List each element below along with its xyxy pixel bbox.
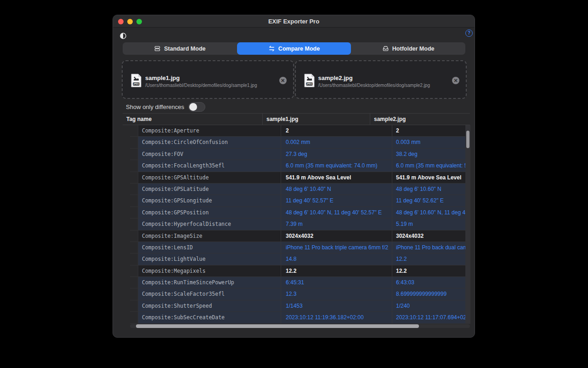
sample2-value-cell: 2023:10:12 11:17:07.694+02:0: [392, 312, 465, 323]
row-gutter: [130, 300, 138, 311]
sample2-value-cell: 3024x4032: [392, 230, 465, 242]
sample2-value-cell: 6:43:03: [392, 277, 465, 288]
inbox-tray-icon: [382, 45, 389, 52]
sample1-value-cell: 1/1453: [281, 300, 392, 311]
sample1-value-cell: 6.0 mm (35 mm equivalent: 74.0 mm): [281, 160, 392, 171]
column-header-tag-name[interactable]: Tag name: [123, 114, 263, 125]
tag-name-cell: Composite:GPSLatitude: [138, 184, 281, 195]
tag-name-cell: Composite:RunTimeSincePowerUp: [138, 277, 281, 288]
sample2-value-cell: 38.2 deg: [392, 149, 465, 160]
jpeg-file-icon: JPEG: [304, 74, 315, 89]
mode-segmented-control: Standard Mode Compare Mode Hotfolder Mod…: [123, 42, 465, 55]
exif-table-body: Composite:Aperture 2 2 Composite:CircleO…: [130, 125, 465, 324]
tag-name-cell: Composite:ShutterSpeed: [138, 300, 281, 311]
remove-file-icon[interactable]: ✕: [279, 77, 287, 84]
row-gutter: [130, 265, 138, 276]
table-row[interactable]: Composite:Aperture 2 2: [130, 125, 465, 137]
table-row[interactable]: Composite:LensID iPhone 11 Pro back trip…: [130, 242, 465, 253]
table-row[interactable]: Composite:ShutterSpeed 1/1453 1/240: [130, 300, 465, 312]
compare-arrows-icon: [268, 45, 275, 52]
sample1-value-cell: 12.3: [281, 288, 392, 299]
row-gutter: [130, 218, 138, 230]
sample1-value-cell: 14.8: [281, 253, 392, 264]
toggle-knob: [189, 103, 197, 111]
tag-name-cell: Composite:LensID: [138, 242, 281, 253]
sample1-value-cell: 3024x4032: [281, 230, 392, 242]
table-row[interactable]: Composite:GPSLatitude 48 deg 6' 10.40" N…: [130, 184, 465, 195]
column-header-sample2[interactable]: sample2.jpg: [370, 114, 470, 125]
window-title: EXIF Exporter Pro: [113, 15, 475, 28]
table-row[interactable]: Composite:SubSecCreateDate 2023:10:12 11…: [130, 312, 465, 323]
sample1-value-cell: 48 deg 6' 10.40" N: [281, 184, 392, 195]
diff-toggle-label: Show only differences: [126, 104, 184, 110]
file-card-2[interactable]: JPEG sample2.jpg /Users/thomasliebl/Desk…: [295, 60, 467, 99]
row-gutter: [130, 172, 138, 183]
sample2-value-cell: 6.0 mm (35 mm equivalent: 5: [392, 160, 465, 171]
tab-hotfolder-mode[interactable]: Hotfolder Mode: [351, 42, 465, 55]
theme-contrast-icon[interactable]: [120, 33, 126, 39]
table-row[interactable]: Composite:RunTimeSincePowerUp 6:45:31 6:…: [130, 277, 465, 288]
table-header: Tag name sample1.jpg sample2.jpg: [123, 113, 470, 125]
table-row[interactable]: Composite:FocalLength35efl 6.0 mm (35 mm…: [130, 160, 465, 172]
file-path: /Users/thomasliebl/Desktop/demofiles/dog…: [318, 83, 430, 88]
sample1-value-cell: 12.2: [281, 265, 392, 276]
table-row[interactable]: Composite:Megapixels 12.2 12.2: [130, 265, 465, 277]
row-gutter: [130, 160, 138, 171]
table-row[interactable]: Composite:CircleOfConfusion 0.002 mm 0.0…: [130, 137, 465, 148]
sample1-value-cell: 541.9 m Above Sea Level: [281, 172, 392, 183]
sample1-value-cell: iPhone 11 Pro back triple camera 6mm f/2: [281, 242, 392, 253]
svg-text:JPEG: JPEG: [133, 83, 139, 85]
tag-name-cell: Composite:Aperture: [138, 125, 281, 136]
table-row[interactable]: Composite:GPSAltitude 541.9 m Above Sea …: [130, 172, 465, 184]
tab-standard-mode[interactable]: Standard Mode: [123, 42, 237, 55]
tag-name-cell: Composite:CircleOfConfusion: [138, 137, 281, 148]
sample2-value-cell: 48 deg 6' 10.60" N, 11 deg 40: [392, 207, 465, 218]
jpeg-file-icon: JPEG: [130, 74, 142, 89]
file-card-1[interactable]: JPEG sample1.jpg /Users/thomasliebl/Desk…: [122, 60, 294, 99]
remove-file-icon[interactable]: ✕: [452, 77, 459, 84]
sample1-value-cell: 2023:10:12 11:19:36.182+02:00: [281, 312, 392, 323]
vertical-scrollbar-thumb[interactable]: [466, 131, 469, 148]
table-row[interactable]: Composite:ImageSize 3024x4032 3024x4032: [130, 230, 465, 242]
sample2-value-cell: 48 deg 6' 10.60" N: [392, 184, 465, 195]
vertical-scrollbar-track[interactable]: [465, 125, 470, 324]
tab-label: Standard Mode: [164, 46, 205, 52]
sample1-value-cell: 48 deg 6' 10.40" N, 11 deg 40' 52.57" E: [281, 207, 392, 218]
horizontal-scrollbar-thumb[interactable]: [136, 324, 419, 328]
tab-compare-mode[interactable]: Compare Mode: [237, 42, 351, 55]
row-gutter: [130, 312, 138, 323]
row-gutter: [130, 288, 138, 299]
sample2-value-cell: 1/240: [392, 300, 465, 311]
file-path: /Users/thomasliebl/Desktop/demofiles/dog…: [145, 83, 257, 88]
tag-name-cell: Composite:GPSAltitude: [138, 172, 281, 183]
table-row[interactable]: Composite:ScaleFactor35efl 12.3 8.699999…: [130, 288, 465, 300]
file-name: sample2.jpg: [318, 75, 353, 81]
sample1-value-cell: 6:45:31: [281, 277, 392, 288]
table-row[interactable]: Composite:FOV 27.3 deg 38.2 deg: [130, 149, 465, 160]
row-gutter: [130, 253, 138, 264]
app-window: EXIF Exporter Pro ? Standard Mode: [113, 15, 475, 338]
row-gutter: [130, 149, 138, 160]
sample2-value-cell: 11 deg 40' 52.62" E: [392, 195, 465, 206]
table-row[interactable]: Composite:GPSLongitude 11 deg 40' 52.57"…: [130, 195, 465, 207]
tag-name-cell: Composite:LightValue: [138, 253, 281, 264]
show-only-differences-toggle[interactable]: [188, 102, 205, 112]
sample2-value-cell: 12.2: [392, 253, 465, 264]
row-gutter: [130, 207, 138, 218]
table-row[interactable]: Composite:GPSPosition 48 deg 6' 10.40" N…: [130, 207, 465, 218]
sample1-value-cell: 27.3 deg: [281, 149, 392, 160]
row-gutter: [130, 242, 138, 253]
column-header-sample1[interactable]: sample1.jpg: [263, 114, 370, 125]
tag-name-cell: Composite:GPSPosition: [138, 207, 281, 218]
sample2-value-cell: 5.19 m: [392, 218, 465, 230]
title-bar[interactable]: EXIF Exporter Pro: [113, 15, 475, 28]
sample2-value-cell: 12.2: [392, 265, 465, 276]
tab-label: Hotfolder Mode: [392, 46, 435, 52]
stack-icon: [154, 45, 161, 52]
table-row[interactable]: Composite:LightValue 14.8 12.2: [130, 253, 465, 265]
svg-text:JPEG: JPEG: [306, 83, 312, 85]
help-icon[interactable]: ?: [465, 29, 473, 37]
tab-label: Compare Mode: [278, 46, 320, 52]
table-row[interactable]: Composite:HyperfocalDistance 7.39 m 5.19…: [130, 218, 465, 230]
file-name: sample1.jpg: [145, 75, 180, 81]
